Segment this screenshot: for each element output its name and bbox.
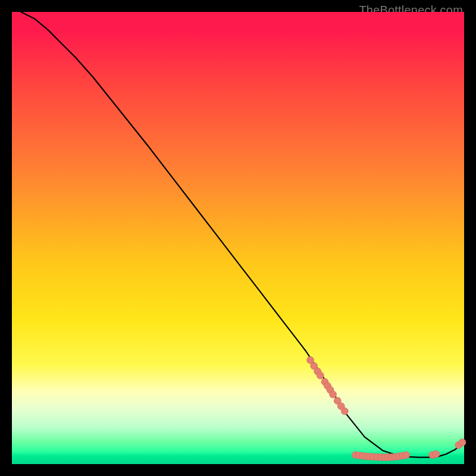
data-dots [307, 356, 466, 461]
chart-stage: TheBottleneck.com [0, 0, 476, 476]
data-dot [403, 452, 410, 459]
data-dot [433, 450, 440, 458]
chart-overlay [12, 12, 464, 464]
data-dot [330, 391, 337, 398]
data-dot [459, 439, 466, 446]
data-dot [317, 372, 324, 379]
data-dot [341, 408, 348, 415]
plot-area [12, 12, 464, 464]
bottleneck-curve [21, 12, 464, 458]
